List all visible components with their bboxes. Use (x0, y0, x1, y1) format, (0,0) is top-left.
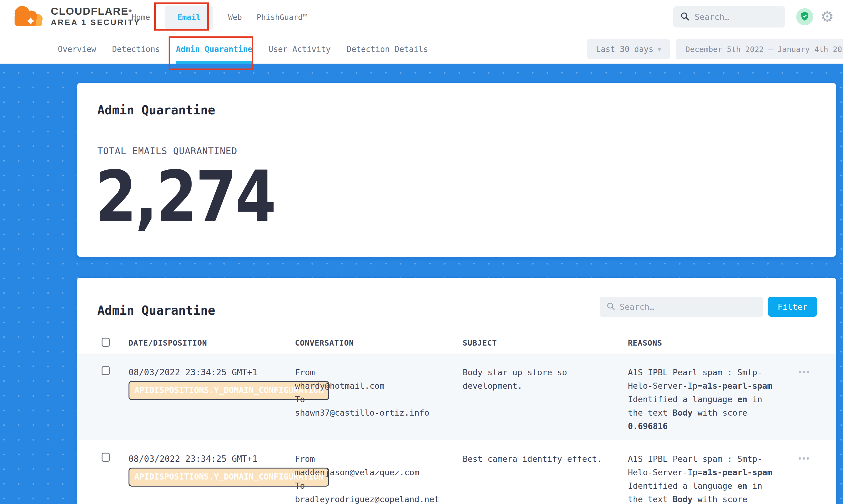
table-body: 08/03/2022 23:34:25 GMT+1 From whardy@ho… (77, 354, 836, 504)
search-icon (680, 11, 690, 22)
column-header-reasons: REASONS (628, 339, 793, 347)
reasons-cell: A1S IPBL Pearl spam : Smtp-Helo-Server-I… (628, 366, 781, 434)
quarantine-table-card: Admin Quarantine Filter DATE/DISPOSITION… (77, 278, 836, 504)
summary-card: Admin Quarantine TOTAL EMAILS QUARANTINE… (77, 83, 836, 257)
metric-value: 2,274 (95, 160, 275, 234)
caret-down-icon: ▾ (657, 46, 661, 53)
metric-label: TOTAL EMAILS QUARANTINED (97, 146, 237, 156)
subject-cell: Body star up store so development. (463, 366, 616, 434)
header-search (673, 6, 785, 28)
tab-detections[interactable]: Detections (112, 35, 160, 64)
nav-item-email[interactable]: Email (164, 5, 213, 29)
table-card-title: Admin Quarantine (97, 303, 215, 318)
cloudflare-cloud-icon (10, 3, 47, 29)
cloudflare-logo[interactable]: CLOUDFLARE® AREA 1 SECURITY (10, 3, 140, 29)
time-range-dropdown[interactable]: Last 30 days ▾ (587, 39, 670, 59)
page-background: Admin Quarantine TOTAL EMAILS QUARANTINE… (0, 64, 843, 504)
row-checkbox[interactable] (102, 453, 110, 462)
nav-item-web[interactable]: Web (228, 13, 242, 22)
tab-admin-quarantine[interactable]: Admin Quarantine (176, 35, 252, 64)
nav-item-phishguard[interactable]: PhishGuard™ (257, 13, 308, 22)
gear-icon[interactable]: ⚙ (821, 7, 834, 26)
column-header-conversation: CONVERSATION (295, 339, 463, 347)
top-navigation: Home Email Web PhishGuard™ (131, 0, 307, 34)
email-sub-navigation: Overview Detections Admin Quarantine Use… (0, 35, 843, 64)
brand-name: CLOUDFLARE® (51, 5, 132, 17)
table-row: 08/03/2022 23:34:25 GMT+1 From whardy@ho… (77, 354, 836, 440)
column-header-subject: SUBJECT (463, 339, 628, 347)
subject-cell: Best camera identify effect. (463, 452, 616, 504)
quarantine-table: DATE/DISPOSITION CONVERSATION SUBJECT RE… (77, 332, 836, 504)
reasons-cell: A1S IPBL Pearl spam : Smtp-Helo-Server-I… (628, 452, 781, 504)
conversation-cell: From maddenjason@velazquez.com To bradle… (295, 452, 454, 504)
row-overflow-menu-icon[interactable] (798, 457, 827, 460)
date-range-picker[interactable]: December 5th 2022 — January 4th 2023 (675, 39, 843, 59)
shield-check-icon (800, 11, 810, 23)
table-search-input[interactable] (620, 302, 736, 312)
brand-subtitle: AREA 1 SECURITY (51, 18, 140, 27)
tab-user-activity[interactable]: User Activity (268, 35, 331, 64)
column-header-date: DATE/DISPOSITION (128, 339, 295, 347)
nav-item-home[interactable]: Home (131, 13, 150, 22)
table-row: 08/03/2022 23:34:25 GMT+1 From maddenjas… (77, 440, 836, 504)
search-icon (606, 302, 615, 312)
conversation-cell: From whardy@hotmail.com To shawn37@casti… (295, 366, 454, 434)
security-status-button[interactable] (796, 8, 813, 25)
select-all-checkbox[interactable] (102, 338, 110, 347)
app-header: CLOUDFLARE® AREA 1 SECURITY Home Email W… (0, 0, 843, 34)
filter-button[interactable]: Filter (768, 296, 817, 317)
tab-detection-details[interactable]: Detection Details (347, 35, 428, 64)
summary-card-title: Admin Quarantine (97, 103, 215, 117)
tab-overview[interactable]: Overview (58, 35, 96, 64)
table-search (600, 296, 763, 317)
header-search-input[interactable] (695, 12, 780, 22)
row-checkbox[interactable] (102, 366, 110, 375)
row-overflow-menu-icon[interactable] (798, 371, 827, 373)
table-header-row: DATE/DISPOSITION CONVERSATION SUBJECT RE… (77, 332, 836, 354)
